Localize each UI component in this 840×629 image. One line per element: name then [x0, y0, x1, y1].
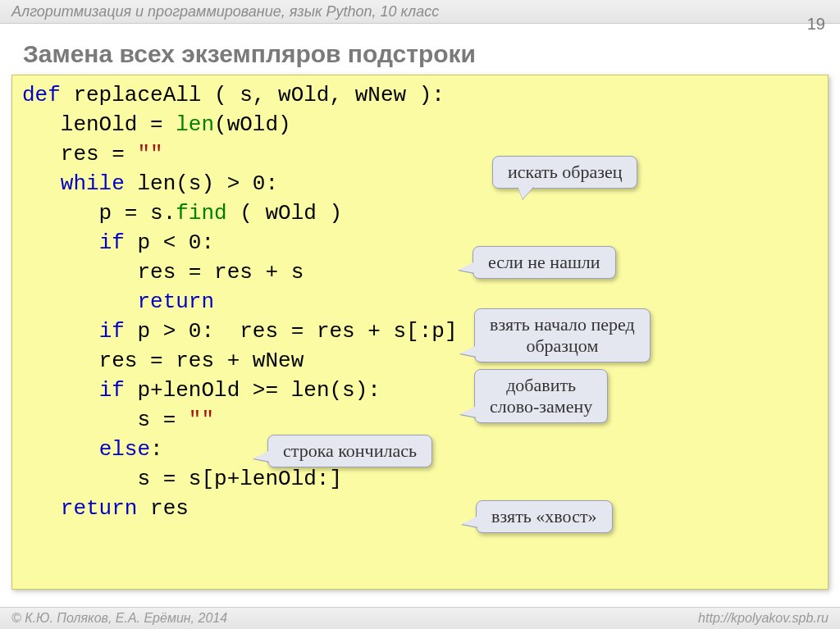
callout-tail [459, 262, 475, 273]
callout-not-found: если не нашли [472, 246, 616, 279]
code-box: def replaceAll ( s, wOld, wNew ): lenOld… [11, 75, 829, 590]
footer-right: http://kpolyakov.spb.ru [698, 608, 829, 629]
slide-title: Замена всех экземпляров подстроки [23, 40, 840, 68]
callout-add-replace: добавить слово-замену [474, 369, 608, 423]
footer-left: © К.Ю. Поляков, Е.А. Ерёмин, 2014 [11, 608, 227, 629]
callout-search-pattern: искать образец [492, 156, 637, 189]
footer-bar: © К.Ю. Поляков, Е.А. Ерёмин, 2014 http:/… [0, 607, 840, 629]
callout-take-start: взять начало перед образцом [474, 308, 651, 362]
callout-tail [460, 406, 477, 417]
callout-tail [518, 186, 534, 199]
header-text: Алгоритмизация и программирование, язык … [11, 3, 439, 20]
callout-take-tail: взять «хвост» [476, 500, 613, 533]
callout-tail [462, 516, 478, 527]
callout-tail [253, 450, 270, 462]
page-number: 19 [807, 15, 825, 34]
callout-tail [460, 345, 477, 357]
header-bar: Алгоритмизация и программирование, язык … [0, 0, 840, 24]
callout-string-ended: строка кончилась [267, 435, 432, 467]
kw-def: def [22, 83, 61, 107]
